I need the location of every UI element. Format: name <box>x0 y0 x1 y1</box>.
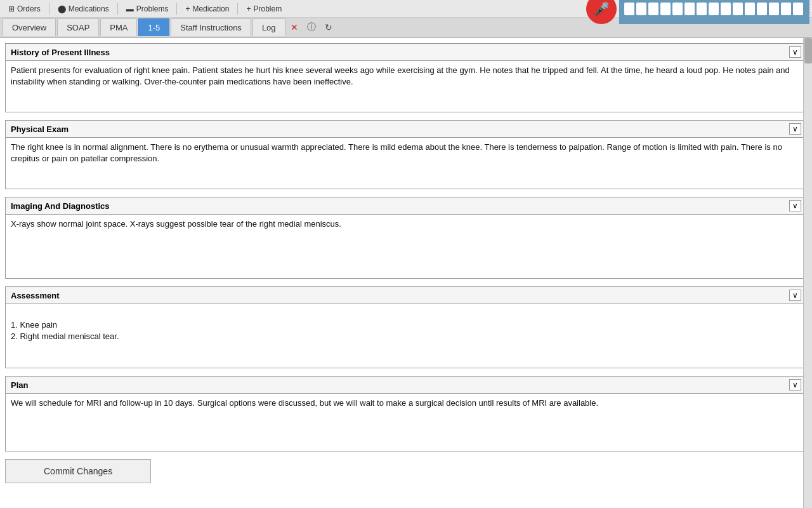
section-plan-title: Plan <box>11 380 28 390</box>
section-plan-header: Plan ∨ <box>6 377 806 394</box>
section-imaging-dropdown[interactable]: ∨ <box>789 200 801 211</box>
mic-icon: 🎤 <box>594 1 610 17</box>
app-wrapper: ⊞ Orders ⬤ Medications ▬ Problems + Medi… <box>0 0 812 508</box>
section-physical-exam-dropdown[interactable]: ∨ <box>789 123 801 135</box>
seg-1 <box>624 3 634 15</box>
section-history: History of Present Illness ∨ Patient pre… <box>5 43 807 112</box>
section-imaging: Imaging And Diagnostics ∨ X-rays show no… <box>5 197 807 279</box>
section-assessment-header: Assessment ∨ <box>6 287 806 304</box>
add-problem-icon: + <box>246 4 251 13</box>
tab-staff-instructions-label: Staff Instructions <box>180 23 242 32</box>
section-plan-dropdown[interactable]: ∨ <box>789 379 801 391</box>
mic-button[interactable]: 🎤 <box>586 0 617 24</box>
section-history-title: History of Present Illness <box>11 48 110 57</box>
close-icon: ✕ <box>291 22 298 32</box>
seg-5 <box>672 3 683 15</box>
nav-separator-3 <box>176 3 177 15</box>
tab-close-button[interactable]: ✕ <box>287 20 302 35</box>
nav-add-medication-label: Medication <box>192 4 229 13</box>
tab-overview[interactable]: Overview <box>3 18 56 36</box>
tab-soap[interactable]: SOAP <box>57 18 99 36</box>
section-imaging-header: Imaging And Diagnostics ∨ <box>6 197 806 215</box>
section-history-header: History of Present Illness ∨ <box>6 44 806 61</box>
tab-1-5[interactable]: 1-5 <box>138 18 169 36</box>
progress-bar-container: ≡ <box>619 0 809 24</box>
section-imaging-content[interactable]: X-rays show normal joint space. X-rays s… <box>6 215 806 278</box>
section-assessment-text: 1. Knee pain 2. Right medial meniscal te… <box>11 320 119 341</box>
nav-medications-label: Medications <box>69 4 109 13</box>
seg-8 <box>709 3 719 15</box>
section-assessment-content[interactable]: 1. Knee pain 2. Right medial meniscal te… <box>6 304 806 368</box>
nav-separator-2 <box>117 3 118 15</box>
section-physical-exam-header: Physical Exam ∨ <box>6 121 806 138</box>
seg-7 <box>697 3 707 15</box>
problems-icon: ▬ <box>126 4 134 13</box>
seg-14 <box>781 3 791 15</box>
nav-add-medication[interactable]: + Medication <box>180 3 235 15</box>
nav-problems-label: Problems <box>136 4 169 13</box>
tab-soap-label: SOAP <box>67 23 89 32</box>
section-plan-text: We will schedule for MRI and follow-up i… <box>11 398 598 408</box>
seg-10 <box>733 3 743 15</box>
tab-pma-label: PMA <box>110 23 128 32</box>
add-medication-icon: + <box>185 4 190 13</box>
info-button[interactable]: ⓘ <box>304 20 318 34</box>
section-physical-exam-title: Physical Exam <box>11 124 69 134</box>
nav-orders[interactable]: ⊞ Orders <box>3 3 46 15</box>
tab-staff-instructions[interactable]: Staff Instructions <box>171 18 251 36</box>
tab-1-5-label: 1-5 <box>148 23 160 32</box>
tab-log-label: Log <box>262 23 276 32</box>
nav-separator-4 <box>237 3 238 15</box>
nav-orders-label: Orders <box>17 4 41 13</box>
seg-6 <box>684 3 695 15</box>
section-plan-content[interactable]: We will schedule for MRI and follow-up i… <box>6 394 806 451</box>
tab-pma[interactable]: PMA <box>100 18 137 36</box>
nav-add-problem-label: Problem <box>253 4 282 13</box>
nav-medications[interactable]: ⬤ Medications <box>52 3 115 15</box>
main-content: History of Present Illness ∨ Patient pre… <box>0 38 812 508</box>
seg-9 <box>721 3 731 15</box>
scroll-thumb <box>804 38 812 64</box>
seg-2 <box>636 3 646 15</box>
top-nav: ⊞ Orders ⬤ Medications ▬ Problems + Medi… <box>0 0 812 18</box>
section-assessment: Assessment ∨ 1. Knee pain 2. Right media… <box>5 286 807 368</box>
tab-log[interactable]: Log <box>252 18 285 36</box>
section-assessment-title: Assessment <box>11 291 60 300</box>
medications-icon: ⬤ <box>58 4 66 13</box>
tab-overview-label: Overview <box>12 23 46 32</box>
seg-13 <box>769 3 779 15</box>
section-plan: Plan ∨ We will schedule for MRI and foll… <box>5 376 807 451</box>
seg-4 <box>660 3 671 15</box>
nav-problems[interactable]: ▬ Problems <box>121 3 174 15</box>
refresh-button[interactable]: ↻ <box>322 21 335 34</box>
section-physical-exam: Physical Exam ∨ The right knee is in nor… <box>5 120 807 189</box>
seg-12 <box>757 3 767 15</box>
progress-segments <box>624 3 803 15</box>
hamburger-button[interactable]: ≡ <box>806 1 812 16</box>
tab-actions: ⓘ ↻ <box>304 20 335 34</box>
section-history-content[interactable]: Patient presents for evaluation of right… <box>6 61 806 112</box>
seg-11 <box>745 3 755 15</box>
orders-icon: ⊞ <box>8 4 15 13</box>
section-history-dropdown[interactable]: ∨ <box>789 46 801 58</box>
header-right: 🎤 <box>586 0 809 24</box>
section-physical-exam-content[interactable]: The right knee is in normal alignment. T… <box>6 138 806 189</box>
scroll-indicator <box>803 38 812 508</box>
section-imaging-title: Imaging And Diagnostics <box>11 201 110 211</box>
section-assessment-dropdown[interactable]: ∨ <box>789 290 801 301</box>
nav-separator-1 <box>49 3 49 15</box>
commit-changes-button[interactable]: Commit Changes <box>5 459 151 483</box>
seg-15 <box>793 3 803 15</box>
seg-3 <box>648 3 658 15</box>
section-imaging-text: X-rays show normal joint space. X-rays s… <box>11 219 341 229</box>
nav-add-problem[interactable]: + Problem <box>240 3 287 15</box>
